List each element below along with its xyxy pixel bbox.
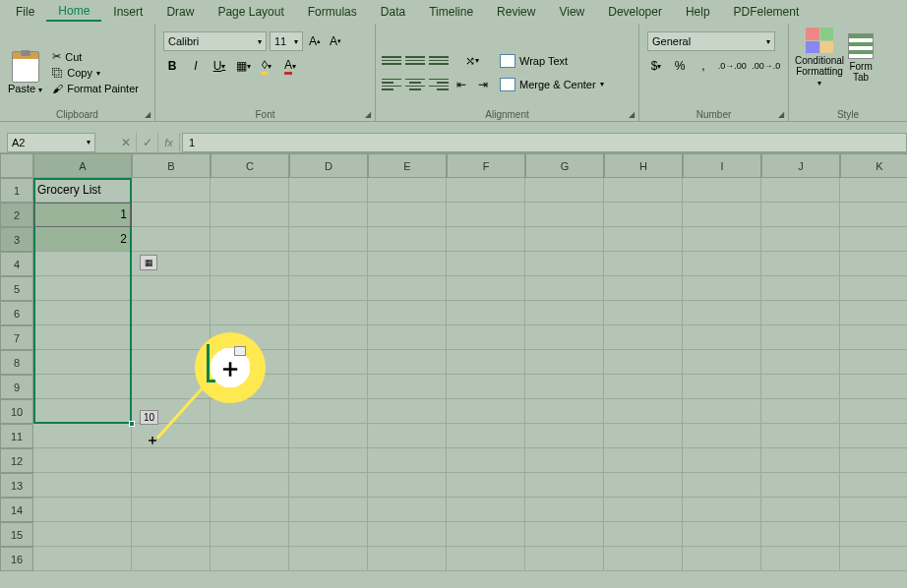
- cell-H11[interactable]: [604, 424, 683, 448]
- cell-F14[interactable]: [447, 498, 525, 522]
- cell-C11[interactable]: [211, 424, 289, 448]
- cell-A8[interactable]: [33, 350, 132, 375]
- number-format-select[interactable]: General▾: [647, 31, 775, 51]
- increase-font-button[interactable]: A▴: [306, 32, 324, 50]
- cell-A2[interactable]: 1: [33, 203, 132, 227]
- cell-B12[interactable]: [132, 448, 211, 473]
- cell-J12[interactable]: [761, 448, 840, 473]
- cell-A1[interactable]: Grocery List: [33, 178, 132, 203]
- cell-G7[interactable]: [525, 325, 604, 350]
- cell-F5[interactable]: [447, 276, 525, 301]
- cell-E1[interactable]: [368, 178, 447, 203]
- cell-G4[interactable]: [525, 252, 604, 276]
- cell-K16[interactable]: [840, 547, 907, 571]
- cell-F11[interactable]: [447, 424, 525, 448]
- menu-insert[interactable]: Insert: [101, 3, 154, 21]
- chevron-down-icon[interactable]: ▾: [96, 69, 100, 78]
- row-header-10[interactable]: 10: [0, 399, 33, 424]
- cell-K8[interactable]: [840, 350, 907, 375]
- cell-B5[interactable]: [132, 276, 211, 301]
- increase-decimal-button[interactable]: .0→.00: [718, 57, 747, 75]
- fill-color-button[interactable]: ◊▾: [258, 57, 275, 75]
- cell-J7[interactable]: [761, 325, 840, 350]
- cell-J5[interactable]: [761, 276, 840, 301]
- cell-I2[interactable]: [683, 203, 761, 227]
- cell-D4[interactable]: [289, 252, 368, 276]
- font-name-select[interactable]: Calibri▾: [163, 31, 267, 51]
- column-header-J[interactable]: J: [761, 153, 840, 178]
- cell-E6[interactable]: [368, 301, 447, 325]
- cell-C2[interactable]: [211, 203, 289, 227]
- cell-B14[interactable]: [132, 498, 211, 522]
- cell-K3[interactable]: [840, 227, 907, 252]
- cell-K6[interactable]: [840, 301, 907, 325]
- cell-F8[interactable]: [447, 350, 525, 375]
- align-top-button[interactable]: [382, 52, 401, 70]
- select-all-corner[interactable]: [0, 153, 33, 178]
- cell-H6[interactable]: [604, 301, 683, 325]
- cancel-edit-button[interactable]: ✕: [115, 133, 137, 152]
- row-header-11[interactable]: 11: [0, 424, 33, 448]
- cell-K7[interactable]: [840, 325, 907, 350]
- cell-C10[interactable]: [211, 399, 289, 424]
- conditional-formatting-button[interactable]: Conditional Formatting ▾: [795, 28, 844, 88]
- format-painter-button[interactable]: 🖌Format Painter: [48, 82, 143, 95]
- row-header-13[interactable]: 13: [0, 473, 33, 498]
- cell-G2[interactable]: [525, 203, 604, 227]
- cell-B13[interactable]: [132, 473, 211, 498]
- copy-button[interactable]: ⿻Copy ▾: [48, 66, 143, 80]
- cell-H7[interactable]: [604, 325, 683, 350]
- cell-B3[interactable]: [132, 227, 211, 252]
- cell-K10[interactable]: [840, 399, 907, 424]
- comma-button[interactable]: ,: [695, 57, 712, 75]
- chevron-down-icon[interactable]: ▾: [600, 80, 604, 88]
- cell-I5[interactable]: [683, 276, 761, 301]
- menu-help[interactable]: Help: [674, 3, 722, 21]
- cell-G14[interactable]: [525, 498, 604, 522]
- cell-I8[interactable]: [683, 350, 761, 375]
- cell-I6[interactable]: [683, 301, 761, 325]
- cell-H5[interactable]: [604, 276, 683, 301]
- cell-C1[interactable]: [211, 178, 289, 203]
- cell-E11[interactable]: [368, 424, 447, 448]
- cell-J8[interactable]: [761, 350, 840, 375]
- cell-D2[interactable]: [289, 203, 368, 227]
- menu-data[interactable]: Data: [369, 3, 417, 21]
- cell-K5[interactable]: [840, 276, 907, 301]
- formula-input[interactable]: 1: [182, 133, 907, 152]
- name-box[interactable]: A2▾: [7, 133, 95, 152]
- cell-D9[interactable]: [289, 375, 368, 399]
- font-color-button[interactable]: A▾: [281, 57, 299, 75]
- cell-I7[interactable]: [683, 325, 761, 350]
- cell-I16[interactable]: [683, 547, 761, 571]
- cell-I4[interactable]: [683, 252, 761, 276]
- cell-J3[interactable]: [761, 227, 840, 252]
- cell-I11[interactable]: [683, 424, 761, 448]
- decrease-indent-button[interactable]: ⇤: [453, 76, 470, 93]
- cell-A14[interactable]: [33, 498, 132, 522]
- cell-K14[interactable]: [840, 498, 907, 522]
- cell-J15[interactable]: [761, 522, 840, 547]
- orientation-button[interactable]: ⤭▾: [453, 52, 492, 70]
- cell-J4[interactable]: [761, 252, 840, 276]
- cell-E5[interactable]: [368, 276, 447, 301]
- row-header-6[interactable]: 6: [0, 301, 33, 325]
- cell-H2[interactable]: [604, 203, 683, 227]
- align-center-button[interactable]: [405, 76, 425, 93]
- menu-page-layout[interactable]: Page Layout: [206, 3, 295, 21]
- align-left-button[interactable]: [382, 76, 401, 93]
- merge-center-button[interactable]: Merge & Center ▾: [496, 76, 608, 93]
- cell-B6[interactable]: [132, 301, 211, 325]
- cell-G10[interactable]: [525, 399, 604, 424]
- cell-J11[interactable]: [761, 424, 840, 448]
- cell-G1[interactable]: [525, 178, 604, 203]
- cell-H14[interactable]: [604, 498, 683, 522]
- row-header-12[interactable]: 12: [0, 448, 33, 473]
- cell-G13[interactable]: [525, 473, 604, 498]
- row-header-15[interactable]: 15: [0, 522, 33, 547]
- cell-J1[interactable]: [761, 178, 840, 203]
- cell-H13[interactable]: [604, 473, 683, 498]
- cell-F7[interactable]: [447, 325, 525, 350]
- row-header-1[interactable]: 1: [0, 178, 33, 203]
- cell-I10[interactable]: [683, 399, 761, 424]
